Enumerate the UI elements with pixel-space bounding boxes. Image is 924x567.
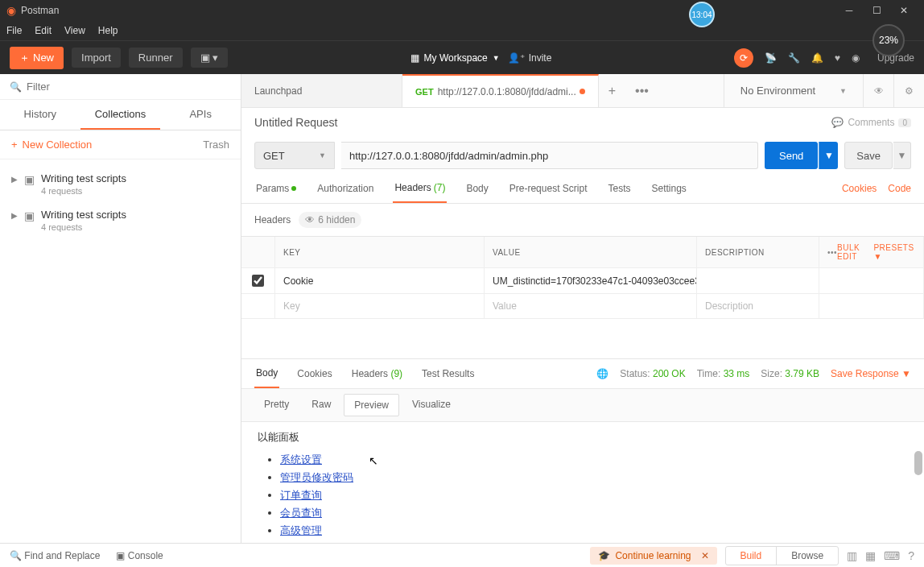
tab-tests[interactable]: Tests <box>606 175 632 202</box>
comments-button[interactable]: 💬 Comments 0 <box>831 117 911 128</box>
tab-options-button[interactable]: ••• <box>625 84 658 98</box>
response-link[interactable]: 管理员修改密码 <box>280 471 353 483</box>
view-pretty[interactable]: Pretty <box>254 394 299 416</box>
runner-button[interactable]: Runner <box>129 48 183 68</box>
presets-link[interactable]: Presets ▼ <box>873 243 915 261</box>
header-value[interactable]: UM_distinctid=170f30233e47c1-04093e03cce… <box>485 268 697 293</box>
tab-apis[interactable]: APIs <box>160 100 241 130</box>
bell-icon[interactable]: 🔔 <box>811 52 823 64</box>
save-button[interactable]: Save <box>844 142 893 169</box>
workspace-selector[interactable]: ▦ My Workspace ▼ <box>410 52 500 64</box>
close-icon[interactable]: ✕ <box>701 550 709 561</box>
save-response-button[interactable]: Save Response ▼ <box>831 368 911 379</box>
tab-headers[interactable]: Headers (7) <box>393 174 447 203</box>
view-preview[interactable]: Preview <box>344 394 399 416</box>
table-row-empty[interactable]: Key Value Description <box>241 294 924 319</box>
wrench-icon[interactable]: 🔧 <box>788 52 800 64</box>
continue-learning-button[interactable]: 🎓 Continue learning ✕ <box>590 547 716 565</box>
toolbar: ＋New Import Runner ▣ ▾ ▦ My Workspace ▼ … <box>0 40 924 74</box>
value-placeholder[interactable]: Value <box>485 294 697 318</box>
view-visualize[interactable]: Visualize <box>402 394 460 416</box>
new-button[interactable]: ＋New <box>10 47 64 69</box>
console-button[interactable]: ▣ Console <box>116 550 163 561</box>
url-input[interactable] <box>341 142 758 169</box>
sync-button[interactable]: ⟳ <box>734 48 753 68</box>
close-window-button[interactable]: ✕ <box>890 0 918 21</box>
environment-select[interactable]: No Environment ▼ <box>724 85 863 97</box>
time-value: 33 ms <box>724 368 750 379</box>
collection-sub: 4 requests <box>41 186 126 196</box>
method-select[interactable]: GET▼ <box>254 142 335 169</box>
scrollbar[interactable] <box>914 451 922 475</box>
trash-link[interactable]: Trash <box>203 139 229 151</box>
resp-tab-body[interactable]: Body <box>254 359 279 388</box>
help-icon[interactable]: ? <box>908 549 914 562</box>
add-tab-button[interactable]: + <box>599 84 625 98</box>
find-replace-button[interactable]: 🔍 Find and Replace <box>10 550 100 561</box>
new-collection-button[interactable]: New Collection <box>23 139 93 151</box>
heart-icon[interactable]: ♥ <box>835 52 840 64</box>
send-dropdown[interactable]: ▼ <box>819 142 838 169</box>
search-icon: 🔍 <box>10 550 22 561</box>
tab-settings[interactable]: Settings <box>650 175 688 202</box>
maximize-button[interactable]: ☐ <box>863 0 890 21</box>
col-description: DESCRIPTION <box>697 237 819 267</box>
menu-view[interactable]: View <box>64 25 85 36</box>
env-quicklook-button[interactable]: 👁 <box>863 74 893 107</box>
tab-collections[interactable]: Collections <box>80 100 161 130</box>
app-logo-icon: ◉ <box>6 4 16 17</box>
more-icon[interactable]: ••• <box>827 248 837 257</box>
key-placeholder[interactable]: Key <box>275 294 485 318</box>
cookies-link[interactable]: Cookies <box>842 183 877 194</box>
resp-tab-headers[interactable]: Headers (9) <box>350 360 404 387</box>
menu-file[interactable]: File <box>6 25 22 36</box>
satellite-icon[interactable]: 📡 <box>765 52 777 64</box>
response-link[interactable]: 系统设置 <box>280 453 322 466</box>
tab-authorization[interactable]: Authorization <box>316 175 375 202</box>
invite-button[interactable]: 👤⁺Invite <box>508 52 552 64</box>
two-pane-icon[interactable]: ▦ <box>865 549 876 562</box>
build-button[interactable]: Build <box>726 547 778 565</box>
window-menu-button[interactable]: ▣ ▾ <box>191 48 229 68</box>
tab-params[interactable]: Params <box>254 175 298 202</box>
code-link[interactable]: Code <box>888 183 911 194</box>
row-checkbox[interactable] <box>252 275 264 287</box>
globe-icon[interactable]: 🌐 <box>596 368 608 379</box>
desc-placeholder[interactable]: Description <box>697 294 819 318</box>
browse-button[interactable]: Browse <box>777 547 838 565</box>
tab-url: http://127.0.0.1:8080/jfdd/admi... <box>438 86 576 97</box>
resp-tab-tests[interactable]: Test Results <box>420 360 476 387</box>
header-description[interactable] <box>697 268 819 293</box>
resp-tab-cookies[interactable]: Cookies <box>295 360 333 387</box>
filter-input[interactable] <box>27 81 231 93</box>
tab-launchpad[interactable]: Launchpad <box>241 74 402 107</box>
collection-item[interactable]: ▶ ▣ Writing test scripts 4 requests <box>3 202 237 238</box>
hidden-badge[interactable]: 👁6 hidden <box>299 212 361 228</box>
menu-help[interactable]: Help <box>98 25 118 36</box>
bulk-edit-link[interactable]: Bulk Edit <box>837 243 873 261</box>
keyboard-icon[interactable]: ⌨ <box>884 549 900 562</box>
tab-prerequest[interactable]: Pre-request Script <box>508 175 589 202</box>
tab-request-active[interactable]: GET http://127.0.0.1:8080/jfdd/admi... <box>402 74 599 107</box>
import-button[interactable]: Import <box>72 48 121 68</box>
settings-gear-button[interactable]: ⚙ <box>893 74 924 107</box>
col-value: VALUE <box>485 237 697 267</box>
save-dropdown[interactable]: ▼ <box>893 142 911 169</box>
request-name[interactable]: Untitled Request <box>254 116 338 129</box>
response-body[interactable]: 以能面板 系统设置 管理员修改密码 订单查询 会员查询 高级管理 <box>241 422 924 543</box>
response-link[interactable]: 会员查询 <box>280 507 322 519</box>
header-key[interactable]: Cookie <box>275 268 485 293</box>
tab-history[interactable]: History <box>0 100 80 130</box>
send-button[interactable]: Send <box>765 142 818 169</box>
menu-edit[interactable]: Edit <box>35 25 52 36</box>
response-link[interactable]: 订单查询 <box>280 489 322 501</box>
footer: 🔍 Find and Replace ▣ Console 🎓 Continue … <box>0 543 924 567</box>
avatar-icon[interactable]: ◉ <box>852 52 860 64</box>
tab-body[interactable]: Body <box>464 175 489 202</box>
view-raw[interactable]: Raw <box>302 394 340 416</box>
response-link[interactable]: 高级管理 <box>280 524 322 536</box>
table-row[interactable]: Cookie UM_distinctid=170f30233e47c1-0409… <box>241 268 924 294</box>
panel-layout-icon[interactable]: ▥ <box>847 549 857 562</box>
minimize-button[interactable]: ─ <box>835 0 863 21</box>
collection-item[interactable]: ▶ ▣ Writing test scripts 4 requests <box>3 166 237 202</box>
